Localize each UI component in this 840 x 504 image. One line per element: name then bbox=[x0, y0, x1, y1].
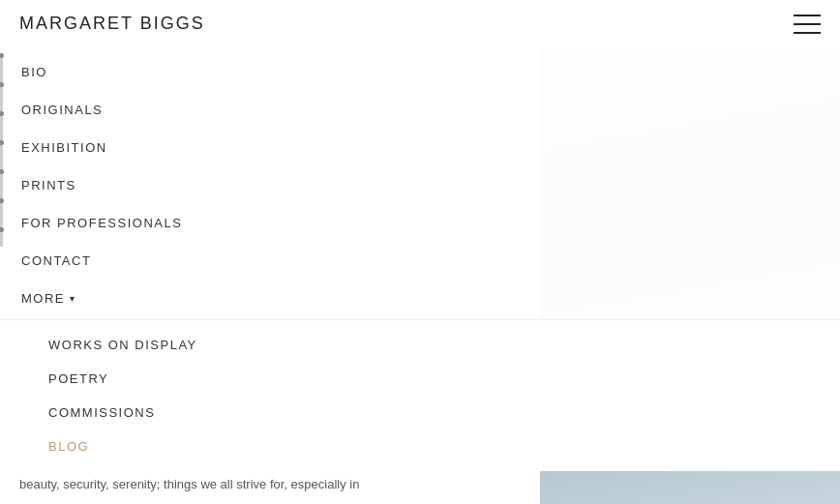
hamburger-line-2 bbox=[794, 23, 821, 25]
logo[interactable]: MARGARET BIGGS bbox=[19, 14, 205, 34]
hamburger-line-3 bbox=[794, 32, 821, 34]
submenu-item-commissions[interactable]: COMMISSIONS bbox=[0, 396, 840, 430]
submenu-link-works-on-display[interactable]: WORKS ON DISPLAY bbox=[0, 328, 840, 362]
nav-item-contact[interactable]: CONTACT bbox=[0, 242, 840, 280]
chevron-down-icon: ▾ bbox=[70, 293, 76, 304]
hamburger-button[interactable] bbox=[794, 15, 821, 34]
submenu-link-commissions[interactable]: COMMISSIONS bbox=[0, 396, 840, 430]
submenu-link-poetry[interactable]: POETRY bbox=[0, 362, 840, 396]
nav-list: BIO ORIGINALS EXHIBITION PRINTS FOR PROF… bbox=[0, 53, 840, 471]
hamburger-line-1 bbox=[794, 15, 821, 16]
header: MARGARET BIGGS bbox=[0, 0, 840, 47]
submenu-link-blog[interactable]: BLOG bbox=[0, 430, 840, 463]
nav-item-more[interactable]: MORE ▾ WORKS ON DISPLAY POETRY COMMISSIO… bbox=[0, 280, 840, 471]
nav-item-for-professionals[interactable]: FOR PROFESSIONALS bbox=[0, 204, 840, 242]
more-label[interactable]: MORE ▾ bbox=[0, 280, 840, 317]
more-text: MORE bbox=[21, 291, 65, 306]
nav-item-originals[interactable]: ORIGINALS bbox=[0, 91, 840, 129]
nav-link-contact[interactable]: CONTACT bbox=[0, 242, 840, 280]
nav-item-prints[interactable]: PRINTS bbox=[0, 166, 840, 204]
submenu-item-works-on-display[interactable]: WORKS ON DISPLAY bbox=[0, 328, 840, 362]
nav-menu: BIO ORIGINALS EXHIBITION PRINTS FOR PROF… bbox=[0, 0, 840, 471]
nav-link-bio[interactable]: BIO bbox=[0, 53, 840, 91]
nav-link-for-professionals[interactable]: FOR PROFESSIONALS bbox=[0, 204, 840, 242]
nav-link-prints[interactable]: PRINTS bbox=[0, 166, 840, 204]
nav-link-originals[interactable]: ORIGINALS bbox=[0, 91, 840, 129]
nav-link-exhibition[interactable]: EXHIBITION bbox=[0, 129, 840, 166]
submenu-item-blog[interactable]: BLOG bbox=[0, 430, 840, 463]
nav-item-exhibition[interactable]: EXHIBITION bbox=[0, 129, 840, 166]
nav-item-bio[interactable]: BIO bbox=[0, 53, 840, 91]
sidebar-indicator bbox=[0, 53, 3, 247]
submenu-item-poetry[interactable]: POETRY bbox=[0, 362, 840, 396]
submenu: WORKS ON DISPLAY POETRY COMMISSIONS BLOG bbox=[0, 319, 840, 471]
